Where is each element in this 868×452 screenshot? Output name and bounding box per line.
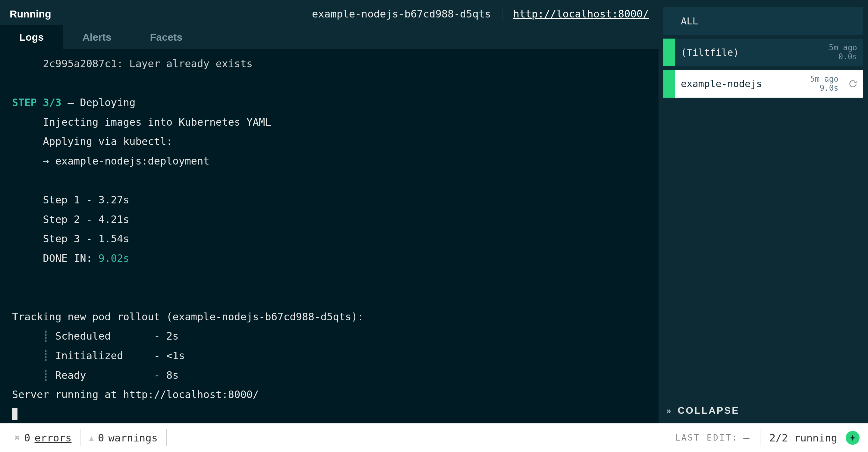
log-line: DONE IN: 9.02s bbox=[12, 249, 647, 268]
tab-facets[interactable]: Facets bbox=[131, 25, 202, 49]
log-line: ┊ Ready - 8s bbox=[12, 365, 647, 385]
tab-alerts[interactable]: Alerts bbox=[63, 25, 130, 49]
status-bar bbox=[663, 70, 675, 98]
warning-icon: ▲ bbox=[89, 433, 94, 442]
status-bar bbox=[663, 39, 675, 66]
running-count: 2/2 running bbox=[761, 423, 846, 452]
status-label: Running bbox=[10, 8, 51, 20]
log-output[interactable]: 2c995a2087c1: Layer already exists STEP … bbox=[0, 49, 658, 423]
log-line: Step 2 - 4.21s bbox=[12, 210, 647, 229]
collapse-label: COLLAPSE bbox=[678, 405, 739, 416]
resource-duration: 0.0s bbox=[838, 53, 857, 62]
header-separator bbox=[502, 7, 502, 21]
errors-count: 0 bbox=[24, 432, 30, 444]
warnings-group[interactable]: ▲ 0 warnings bbox=[81, 423, 166, 452]
resource-example-nodejs[interactable]: example-nodejs 5m ago 9.0s bbox=[663, 70, 863, 98]
resource-age: 5m ago bbox=[829, 43, 857, 53]
log-line bbox=[12, 171, 647, 190]
resource-all[interactable]: ALL bbox=[663, 7, 863, 35]
separator bbox=[166, 429, 167, 446]
resource-name: (Tiltfile) bbox=[681, 47, 823, 58]
tab-logs[interactable]: Logs bbox=[0, 25, 63, 49]
resource-meta: 5m ago 9.0s bbox=[810, 75, 838, 93]
error-icon: ✖ bbox=[14, 432, 20, 443]
errors-group[interactable]: ✖ 0 errors bbox=[6, 423, 80, 452]
last-edit-value: — bbox=[743, 432, 751, 444]
status-bar bbox=[663, 7, 675, 35]
log-line: → example-nodejs:deployment bbox=[12, 151, 647, 171]
status-bar: ✖ 0 errors ▲ 0 warnings LAST EDIT: — 2/2… bbox=[0, 423, 868, 452]
endpoint-link[interactable]: http://localhost:8000/ bbox=[513, 8, 649, 20]
chevron-right-icon: » bbox=[666, 406, 672, 416]
collapse-button[interactable]: » COLLAPSE bbox=[663, 399, 863, 423]
log-line bbox=[12, 268, 647, 288]
refresh-icon[interactable] bbox=[849, 79, 857, 88]
tab-bar: Logs Alerts Facets bbox=[0, 25, 658, 49]
resource-duration: 9.0s bbox=[819, 84, 838, 93]
resource-name: ALL bbox=[681, 15, 857, 27]
errors-label: errors bbox=[35, 432, 72, 444]
tilt-logo-icon[interactable] bbox=[846, 431, 860, 445]
log-line: Applying via kubectl: bbox=[12, 132, 647, 151]
pod-name: example-nodejs-b67cd988-d5qts bbox=[312, 8, 491, 20]
last-edit-label: LAST EDIT: bbox=[675, 433, 739, 443]
log-line: ┊ Initialized - <1s bbox=[12, 346, 647, 365]
step-label: STEP 3/3 bbox=[12, 96, 61, 108]
warnings-label: warnings bbox=[108, 432, 158, 444]
log-line: Step 1 - 3.27s bbox=[12, 190, 647, 210]
log-line: Server running at http://localhost:8000/ bbox=[12, 385, 647, 405]
log-line bbox=[12, 73, 647, 93]
resource-meta: 5m ago 0.0s bbox=[829, 43, 857, 62]
resource-sidebar: ALL (Tiltfile) 5m ago 0.0s example-nodej… bbox=[658, 0, 868, 423]
log-line: ┊ Scheduled - 2s bbox=[12, 326, 647, 346]
log-line: Injecting images into Kubernetes YAML bbox=[12, 112, 647, 132]
log-line bbox=[12, 288, 647, 307]
log-line: Step 3 - 1.54s bbox=[12, 229, 647, 249]
warnings-count: 0 bbox=[98, 432, 104, 444]
resource-name: example-nodejs bbox=[681, 78, 804, 90]
resource-age: 5m ago bbox=[810, 75, 838, 84]
last-edit: LAST EDIT: — bbox=[675, 432, 760, 444]
cursor bbox=[12, 408, 18, 420]
log-line: 2c995a2087c1: Layer already exists bbox=[12, 54, 647, 73]
log-line: STEP 3/3 — Deploying bbox=[12, 93, 647, 112]
done-time: 9.02s bbox=[98, 252, 129, 264]
resource-tiltfile[interactable]: (Tiltfile) 5m ago 0.0s bbox=[663, 39, 863, 66]
log-line: Tracking new pod rollout (example-nodejs… bbox=[12, 307, 647, 327]
log-cursor-line bbox=[12, 405, 647, 423]
